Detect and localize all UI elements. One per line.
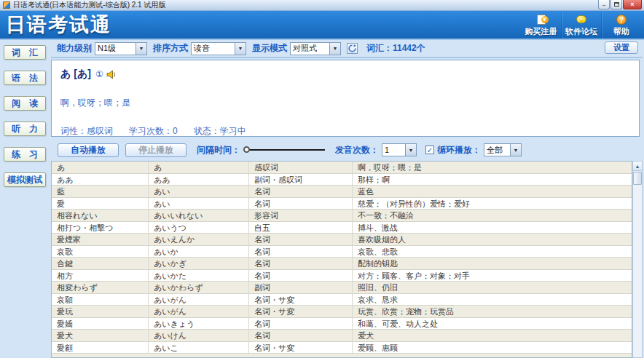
stop-play-button[interactable]: 停止播放 xyxy=(125,143,186,157)
table-cell: 自五 xyxy=(249,222,353,234)
table-row[interactable]: 哀歌あいか名词哀歌、悲歌 xyxy=(52,246,632,258)
table-cell: 哀求、恳求 xyxy=(353,294,632,306)
table-cell: 名词 xyxy=(249,246,353,258)
table-cell: 慈爱；（对异性的）爱情；爱好 xyxy=(353,198,632,210)
status-label: 状态： xyxy=(194,126,220,136)
maximize-icon xyxy=(614,2,619,7)
refresh-icon xyxy=(348,44,356,52)
chevron-down-icon: ▼ xyxy=(510,144,521,156)
level-select[interactable]: N1级 ▼ xyxy=(95,42,147,55)
vertical-scrollbar[interactable]: ▲ xyxy=(632,161,643,358)
table-cell: あいけん xyxy=(149,330,249,341)
table-cell: 形容词 xyxy=(249,210,353,221)
table-cell: あいかた xyxy=(149,270,249,282)
loop-label: 循环播放： xyxy=(437,144,481,156)
table-cell: 名词 xyxy=(249,258,353,269)
arrow-up-icon: ▲ xyxy=(635,164,640,169)
interval-slider[interactable] xyxy=(243,146,325,154)
table-row[interactable]: 相変わらずあいかわらず副词照旧、仍旧 xyxy=(52,282,632,294)
pos-value: 感叹词 xyxy=(87,126,113,136)
close-button[interactable]: × xyxy=(623,0,642,9)
table-cell: 对方；顾客、客户；对象；对手 xyxy=(353,270,632,282)
app-header: 日语考试通 购买注册 软件论坛 ? 帮助 xyxy=(0,11,644,40)
table-row[interactable]: ああ感叹词啊，哎呀；喂；是 xyxy=(52,162,632,174)
table-cell: あいえんか xyxy=(149,234,249,245)
sort-label: 排序方式 xyxy=(153,42,188,55)
table-row[interactable]: 藍あい名词蓝色 xyxy=(52,186,632,198)
settings-button[interactable]: 设置 xyxy=(605,41,638,54)
table-cell: ああ xyxy=(149,174,249,186)
table-cell: 相変わらず xyxy=(52,282,149,293)
slider-track xyxy=(249,149,325,151)
register-icon xyxy=(537,15,546,25)
display-mode-select[interactable]: 对照式 ▼ xyxy=(290,42,341,55)
vocab-count: 词汇：11442个 xyxy=(366,42,425,55)
sidebar-item-listening[interactable]: 听 力 xyxy=(4,122,46,136)
table-row[interactable]: 相容れないあいいれない形容词不一致；不融洽 xyxy=(52,210,632,222)
table-cell: 相打つ・相撃つ xyxy=(52,222,149,234)
table-cell: 不一致；不融洽 xyxy=(353,210,632,221)
table-row[interactable]: 合鍵あいかぎ名词配制的钥匙 xyxy=(52,258,632,270)
table-row[interactable]: 愛犬あいけん名词爱犬 xyxy=(52,330,632,342)
table-cell: 玩赏、欣赏；宠物；玩赏品 xyxy=(353,306,632,317)
table-cell: 愛玩 xyxy=(52,306,149,317)
minimize-button[interactable]: – xyxy=(598,0,610,9)
table-cell: 愛 xyxy=(52,198,149,210)
table-cell: 名词・サ変 xyxy=(249,294,353,306)
speaker-icon[interactable] xyxy=(106,70,117,79)
table-cell: 名词 xyxy=(249,330,353,341)
scrollbar-thumb[interactable] xyxy=(633,172,642,185)
table-cell: あいきょう xyxy=(149,318,249,330)
table-row[interactable]: 相方あいかた名词对方；顾客、客户；对象；对手 xyxy=(52,270,632,282)
window-title: 日语考试通(日本语能力测试-综合版) 2.1 试用版 xyxy=(13,0,165,10)
app-window: 日语考试通(日本语能力测试-综合版) 2.1 试用版 – × 日语考试通 购买注… xyxy=(0,0,644,358)
auto-play-button[interactable]: 自动播放 xyxy=(58,143,119,157)
maximize-button[interactable] xyxy=(610,0,622,9)
titlebar: 日语考试通(日本语能力测试-综合版) 2.1 试用版 xyxy=(0,0,644,11)
table-cell: 愛嬌 xyxy=(52,318,149,330)
current-word: あ [あ] xyxy=(60,68,91,81)
sidebar-item-mock-test[interactable]: 模拟测试 xyxy=(4,172,46,187)
display-mode-label: 显示模式 xyxy=(252,42,287,55)
sidebar-item-grammar[interactable]: 语 法 xyxy=(4,71,46,85)
times-label: 发音次数： xyxy=(335,144,379,156)
sidebar-item-vocabulary[interactable]: 词 汇 xyxy=(4,45,46,60)
register-button[interactable]: 购买注册 xyxy=(521,12,561,39)
table-cell: あ xyxy=(149,162,249,173)
loop-select[interactable]: 全部 ▼ xyxy=(484,143,522,156)
sidebar-item-reading[interactable]: 阅 读 xyxy=(4,96,46,111)
table-cell: 副词・感叹词 xyxy=(249,174,353,186)
table-cell: 名词 xyxy=(249,186,353,197)
sidebar-item-practice[interactable]: 练 习 xyxy=(4,147,46,162)
app-icon xyxy=(3,1,10,9)
table-row[interactable]: 愛玩あいがん名词・サ変玩赏、欣赏；宠物；玩赏品 xyxy=(52,306,632,318)
table-cell: 哀願 xyxy=(52,294,149,306)
refresh-button[interactable] xyxy=(347,43,358,54)
table-cell: 副词 xyxy=(249,282,353,293)
chevron-down-icon: ▼ xyxy=(136,43,146,55)
sort-select[interactable]: 读音 ▼ xyxy=(191,42,246,55)
loop-checkbox[interactable]: ✓ xyxy=(425,146,434,154)
scroll-up-button[interactable]: ▲ xyxy=(633,162,642,171)
chevron-down-icon: ▼ xyxy=(235,43,246,55)
slider-thumb[interactable] xyxy=(243,146,250,153)
help-button[interactable]: ? 帮助 xyxy=(601,12,641,39)
status-value: 学习中 xyxy=(220,126,246,136)
level-label: 能力级别 xyxy=(57,42,92,55)
study-count-label: 学习次数： xyxy=(129,126,173,136)
table-row[interactable]: 愛顧あいこ名词・サ変爱顾、惠顾 xyxy=(52,342,632,354)
table-row[interactable]: ああああ副词・感叹词那样；啊 xyxy=(52,174,632,186)
forum-button[interactable]: 软件论坛 xyxy=(561,12,601,39)
table-row[interactable]: 相打つ・相撃つあいうつ自五搏斗、激战 xyxy=(52,222,632,234)
table-row[interactable]: 愛あい名词慈爱；（对异性的）爱情；爱好 xyxy=(52,198,632,210)
chevron-down-icon: ▼ xyxy=(329,43,340,55)
table-row-partial xyxy=(52,354,632,358)
table-cell: 配制的钥匙 xyxy=(353,258,632,269)
window-controls: – × xyxy=(597,0,642,9)
table-cell: 名词・サ変 xyxy=(249,342,353,354)
table-row[interactable]: 愛煙家あいえんか名词喜欢吸烟的人 xyxy=(52,234,632,246)
table-row[interactable]: 哀願あいがん名词・サ変哀求、恳求 xyxy=(52,294,632,306)
times-select[interactable]: 1 ▼ xyxy=(382,143,417,156)
table-cell: あいか xyxy=(149,246,249,258)
table-row[interactable]: 愛嬌あいきょう名词和蔼、可爱、动人之处 xyxy=(52,318,632,330)
